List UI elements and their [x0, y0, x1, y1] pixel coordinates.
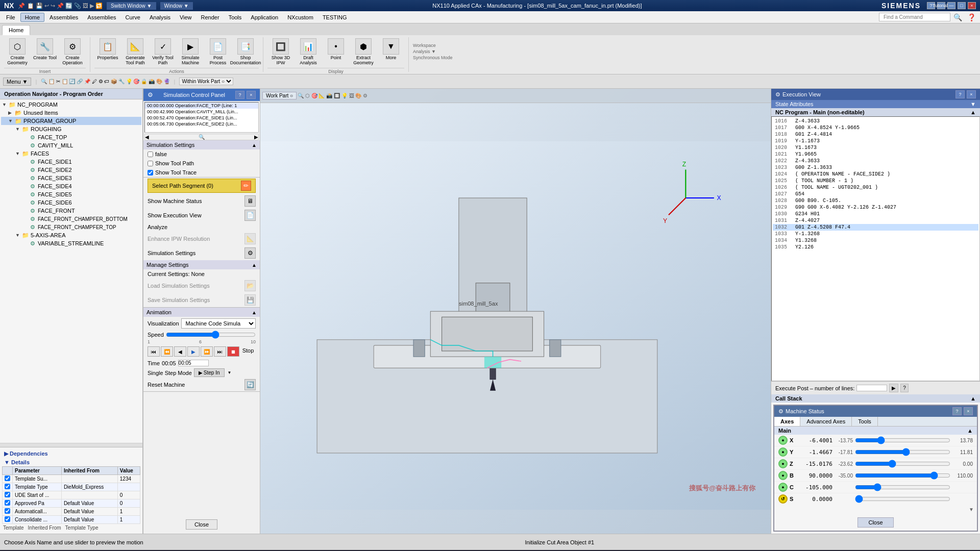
sim-tooltrace-check[interactable] — [148, 170, 153, 176]
sim-tooltrace-label[interactable]: Show Tool Trace — [148, 169, 197, 176]
ms-help-btn[interactable]: ? — [952, 407, 962, 415]
more-btn[interactable]: ▼ More — [378, 37, 404, 67]
window-btn[interactable]: Window ▼ — [160, 2, 193, 10]
tree-item-roughing[interactable]: ▼ 📁 ROUGHING — [1, 125, 141, 133]
ms-scroll-arrow[interactable]: ▼ — [969, 507, 974, 512]
vis-select[interactable]: Machine Code Simula — [181, 318, 256, 329]
manage-settings-header[interactable]: Manage Settings ▲ — [143, 260, 260, 269]
work-part-select[interactable]: Within Work Part ○ — [179, 78, 233, 85]
anim-prev-btn[interactable]: ⏪ — [161, 346, 173, 357]
tree-item-face-side6[interactable]: ⚙ FACE_SIDE6 — [1, 198, 141, 207]
ms-tab-axes[interactable]: Axes — [774, 417, 800, 426]
menu-home[interactable]: Home — [20, 13, 44, 22]
show-execution-view-btn[interactable]: 📄 — [244, 210, 256, 221]
nc-expand-arrow[interactable]: ▲ — [970, 109, 976, 115]
ms-close-btn[interactable]: × — [964, 407, 973, 415]
menu-curve[interactable]: Curve — [121, 13, 144, 21]
menu-assemblies1[interactable]: Assemblies — [45, 13, 82, 21]
post-process-btn[interactable]: 📄 Post Process — [205, 37, 231, 67]
b-axis-slider[interactable] — [855, 472, 950, 479]
tree-arrow-nc[interactable]: ▼ — [2, 102, 8, 107]
step-in-btn[interactable]: ▶ Step In — [194, 368, 225, 377]
detail-check-5[interactable] — [5, 516, 10, 522]
tree-item-5axis[interactable]: ▼ 📁 5-AXIS-AREA — [1, 231, 141, 239]
minimize-btn[interactable]: — — [947, 2, 955, 9]
dependencies-title[interactable]: ▶ Dependencies — [2, 449, 140, 458]
exec-post-input[interactable] — [856, 385, 887, 391]
detail-check-4[interactable] — [5, 508, 10, 514]
y-axis-slider[interactable] — [855, 448, 950, 456]
details-title[interactable]: ▼ Details — [2, 458, 140, 466]
tree-item-face-side3[interactable]: ⚙ FACE_SIDE3 — [1, 174, 141, 182]
create-tool-btn[interactable]: 🔧 Create Tool — [32, 37, 58, 67]
exec-post-run-btn[interactable]: ▶ — [889, 384, 898, 392]
sim-3d-label[interactable]: false — [148, 151, 167, 157]
menu-analysis[interactable]: Analysis — [145, 13, 175, 21]
step-dropdown-arrow[interactable]: ▼ — [228, 370, 232, 375]
exec-subtitle-arrow[interactable]: ▼ — [970, 101, 976, 107]
generate-tool-path-btn[interactable]: 📐 Generate Tool Path — [122, 37, 149, 67]
detail-check-2[interactable] — [5, 492, 10, 497]
close-btn[interactable]: × — [968, 2, 976, 9]
sim-list-prev-btn[interactable]: ◀ — [145, 134, 149, 140]
sim-list-search-btn[interactable]: 🔍 — [199, 134, 205, 140]
time-input[interactable] — [178, 360, 209, 366]
create-operation-btn[interactable]: ⚙ Create Operation — [59, 37, 86, 67]
nc-code-panel[interactable]: 1016Z-4.36331017G00 X-4.8524 Y-1.9665101… — [771, 116, 980, 381]
point-btn[interactable]: • Point — [323, 37, 349, 67]
menu-view[interactable]: View — [176, 13, 196, 21]
menu-file[interactable]: File — [2, 13, 19, 21]
tab-home[interactable]: Home — [2, 25, 30, 35]
anim-step-back-btn[interactable]: ◀ — [174, 346, 186, 357]
tree-item-var-streamline[interactable]: ⚙ VARIABLE_STREAMLINE — [1, 239, 141, 247]
tree-item-faces[interactable]: ▼ 📁 FACES — [1, 149, 141, 158]
tree-item-face-front[interactable]: ⚙ FACE_FRONT — [1, 207, 141, 215]
extract-geometry-btn[interactable]: ⬢ Extract Geometry — [350, 37, 377, 67]
sim-progress-list[interactable]: 00:00:00.000 Operation:FACE_TOP (Line: 1… — [144, 102, 259, 133]
anim-step-fwd-btn[interactable]: ⏩ — [201, 346, 213, 357]
menu-dropdown-btn[interactable]: Menu ▼ — [3, 78, 31, 86]
tree-item-cavity-mill[interactable]: ⚙ CAVITY_MILL — [1, 141, 141, 149]
sim-help-btn[interactable]: ? — [235, 91, 244, 99]
z-axis-slider[interactable] — [855, 460, 950, 467]
sim-close-bottom-btn[interactable]: Close — [186, 519, 217, 530]
tree-item-unused[interactable]: ▶ 📂 Unused Items — [1, 109, 141, 117]
reset-machine-btn[interactable]: 🔄 — [244, 379, 256, 390]
c-axis-slider[interactable] — [855, 484, 950, 491]
tree-item-face-top[interactable]: ⚙ FACE_TOP — [1, 133, 141, 141]
show-machine-status-btn[interactable]: 🖥 — [244, 195, 256, 207]
vp-work-part-btn[interactable]: Work Part ○ — [262, 92, 297, 99]
select-path-segment[interactable]: Select Path Segment (0) ✏ — [148, 179, 256, 193]
tree-item-face-front-champ-bot[interactable]: ⚙ FACE_FRONT_CHAMPFER_BOTTOM — [1, 215, 141, 223]
detail-check-3[interactable] — [5, 500, 10, 506]
shop-doc-btn[interactable]: 📑 Shop Documentation — [232, 37, 259, 67]
tree-item-face-side1[interactable]: ⚙ FACE_SIDE1 — [1, 158, 141, 166]
tree-item-face-side2[interactable]: ⚙ FACE_SIDE2 — [1, 166, 141, 174]
properties-btn[interactable]: 📋 Properties — [94, 37, 121, 67]
anim-last-btn[interactable]: ⏭ — [214, 346, 226, 357]
s-axis-slider[interactable] — [855, 495, 950, 503]
tree-item-program-group[interactable]: ▼ 📁 PROGRAM_GROUP — [1, 117, 141, 125]
sim-settings-header[interactable]: Simulation Settings ▲ — [143, 140, 260, 149]
call-stack-arrow[interactable]: ▲ — [970, 395, 976, 402]
tree-arrow-faces[interactable]: ▼ — [15, 151, 21, 156]
menu-render[interactable]: Render — [197, 13, 224, 21]
simulate-machine-btn[interactable]: ▶ Simulate Machine — [177, 37, 204, 67]
tutorials-btn[interactable]: Tutorials — [937, 2, 945, 9]
draft-analysis-btn[interactable]: 📊 Draft Analysis — [295, 37, 322, 67]
tree-item-nc-program[interactable]: ▼ 📁 NC_PROGRAM — [1, 101, 141, 109]
sim-settings-arrow[interactable]: ▲ — [252, 142, 257, 148]
anim-stop-btn[interactable]: ⏹ — [227, 346, 239, 357]
find-command-input[interactable] — [879, 13, 950, 21]
detail-check-1[interactable] — [5, 484, 10, 489]
detail-check-0[interactable] — [5, 475, 10, 481]
ms-tab-tools[interactable]: Tools — [852, 417, 878, 426]
menu-assemblies2[interactable]: Assemblies — [83, 13, 120, 21]
speed-slider[interactable] — [166, 331, 256, 338]
x-axis-slider[interactable] — [855, 437, 950, 444]
manage-settings-arrow[interactable]: ▲ — [252, 262, 257, 268]
animation-arrow[interactable]: ▲ — [252, 310, 257, 315]
create-geometry-btn[interactable]: ⬡ Create Geometry — [4, 37, 31, 67]
menu-nxcustom[interactable]: NXcustom — [283, 13, 317, 21]
sim-list-next-btn[interactable]: ▶ — [254, 134, 258, 140]
